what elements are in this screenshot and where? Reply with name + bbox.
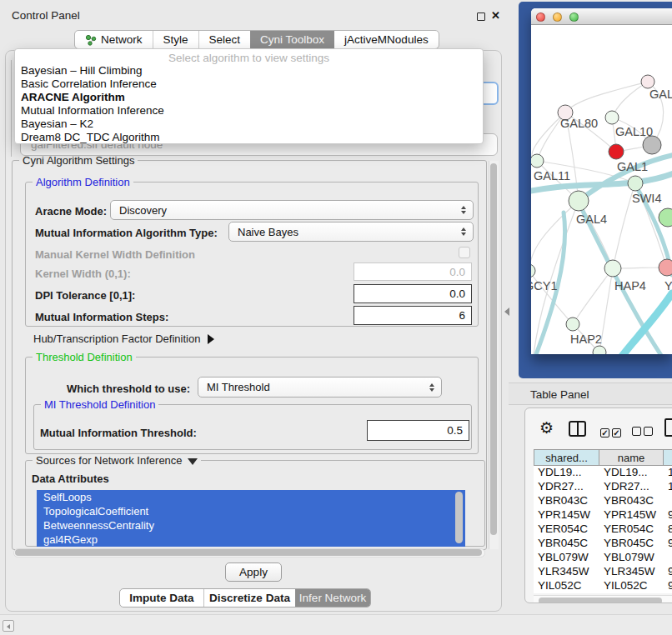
which-threshold-value: MI Threshold bbox=[207, 381, 270, 393]
tab-jactivemnodules[interactable]: jActiveMNodules bbox=[334, 31, 439, 48]
mi-steps-field[interactable]: 6 bbox=[354, 306, 472, 325]
mi-steps-value: 6 bbox=[459, 309, 465, 322]
column-header-a[interactable]: A bbox=[664, 449, 672, 466]
aracne-mode-combo[interactable]: Discovery bbox=[110, 200, 474, 220]
float-panel-icon[interactable] bbox=[477, 12, 485, 21]
bottom-tab-impute-data[interactable]: Impute Data bbox=[120, 589, 203, 607]
attribute-item-topologicalcoefficient[interactable]: TopologicalCoefficient bbox=[37, 504, 465, 518]
select-all-checkboxes-icon[interactable]: ✓✓ bbox=[600, 424, 624, 439]
bottom-tab-infer-network[interactable]: Infer Network bbox=[295, 589, 370, 607]
table-cell bbox=[664, 494, 672, 508]
settings-vertical-scrollbar-thumb[interactable] bbox=[490, 163, 497, 535]
hidden-group-border bbox=[11, 60, 12, 157]
algorithm-item-basic-correlation-inference[interactable]: Basic Correlation Inference bbox=[15, 78, 483, 91]
mi-type-combo[interactable]: Naive Bayes bbox=[228, 222, 474, 242]
network-node-label: GAL bbox=[649, 88, 672, 101]
network-node-label: GCY1 bbox=[531, 279, 558, 292]
table-body: YDL19...YDL19...13YDR27...YDR27...12YBR0… bbox=[534, 466, 672, 593]
network-canvas[interactable]: GALGAL80GAL10GAL1GAL11SWI4GAL4GCY1HAP4YH… bbox=[531, 25, 672, 354]
close-traffic-light-icon[interactable] bbox=[536, 12, 545, 22]
algorithm-item-dream8-dc-tdc-algorithm[interactable]: Dream8 DC_TDC Algorithm bbox=[15, 131, 483, 144]
table-horizontal-scrollbar[interactable] bbox=[534, 595, 672, 603]
collapse-down-arrow-icon[interactable] bbox=[188, 458, 198, 465]
apply-button-label: Apply bbox=[239, 566, 268, 578]
table-cell: YER054C bbox=[534, 522, 599, 537]
network-node-label: GAL1 bbox=[617, 160, 648, 173]
attribute-item-selfloops[interactable]: SelfLoops bbox=[37, 490, 465, 504]
table-row[interactable]: YPR145WYPR145W9. bbox=[534, 508, 672, 522]
apply-button[interactable]: Apply bbox=[225, 562, 282, 582]
threshold-definition-title: Threshold Definition bbox=[33, 351, 136, 363]
table-row[interactable]: YBR043CYBR043C bbox=[534, 494, 672, 508]
network-node-gcy1[interactable] bbox=[531, 264, 535, 278]
table-row[interactable]: YDR27...YDR27...12 bbox=[534, 480, 672, 494]
data-attributes-list: SelfLoopsTopologicalCoefficientBetweenne… bbox=[37, 490, 465, 547]
network-node-label: GAL10 bbox=[615, 125, 653, 138]
network-node-label: GAL80 bbox=[560, 117, 598, 130]
network-node-gal4[interactable] bbox=[569, 191, 589, 211]
network-node-gal[interactable] bbox=[641, 75, 654, 88]
table-row[interactable]: YBR045CYBR045C9. bbox=[534, 537, 672, 551]
tab-label: Style bbox=[163, 33, 188, 46]
which-threshold-combo[interactable]: MI Threshold bbox=[198, 377, 442, 398]
manual-kernel-checkbox[interactable] bbox=[459, 247, 470, 258]
table-cell: YIL052C bbox=[534, 579, 599, 593]
network-node-unlabeled[interactable] bbox=[659, 208, 672, 227]
network-node-hap4[interactable] bbox=[604, 260, 621, 277]
minimize-traffic-light-icon[interactable] bbox=[553, 12, 562, 22]
close-icon[interactable]: ✕ bbox=[491, 9, 500, 22]
table-row[interactable]: YBL079WYBL079W bbox=[534, 551, 672, 565]
column-header-name[interactable]: name bbox=[599, 449, 664, 466]
algorithm-definition-title: Algorithm Definition bbox=[33, 176, 133, 188]
network-node-gal11[interactable] bbox=[531, 154, 544, 168]
table-row[interactable]: YIL052CYIL052C9. bbox=[534, 579, 672, 593]
sources-title: Sources for Network Inference bbox=[33, 454, 201, 467]
algorithm-item-bayesian-k2[interactable]: Bayesian – K2 bbox=[15, 118, 483, 131]
algorithm-dropdown-popup: Select algorithm to view settings Bayesi… bbox=[14, 48, 484, 144]
bottom-tab-discretize-data[interactable]: Discretize Data bbox=[203, 589, 295, 607]
tab-label: Cyni Toolbox bbox=[260, 33, 324, 46]
network-window-titlebar[interactable] bbox=[531, 8, 672, 25]
restore-panel-button[interactable] bbox=[3, 620, 14, 632]
table-row[interactable]: YLR345WYLR345W9. bbox=[534, 565, 672, 579]
tab-cyni-toolbox[interactable]: Cyni Toolbox bbox=[250, 31, 334, 48]
network-node-unlabeled[interactable] bbox=[605, 111, 619, 124]
network-node-gal10[interactable] bbox=[643, 136, 661, 154]
algorithm-item-mutual-information-inference[interactable]: Mutual Information Inference bbox=[15, 104, 483, 118]
table-horizontal-scrollbar-thumb[interactable] bbox=[539, 598, 662, 604]
gear-icon[interactable]: ⚙ bbox=[539, 418, 554, 438]
hub-transcription-factor-expander[interactable]: Hub/Transcription Factor Definition bbox=[33, 332, 214, 345]
table-row[interactable]: YER054CYER054C8. bbox=[534, 522, 672, 537]
deselect-all-checkboxes-icon[interactable] bbox=[632, 424, 655, 439]
columns-icon[interactable] bbox=[569, 421, 586, 437]
table-cell: YER054C bbox=[599, 522, 664, 537]
table-cell: YDR27... bbox=[599, 480, 664, 494]
tab-network[interactable]: Network bbox=[75, 31, 153, 48]
splitter-collapse-arrow[interactable] bbox=[504, 308, 509, 316]
network-node-swi4[interactable] bbox=[628, 176, 643, 191]
algorithm-item-bayesian-hill-climbing[interactable]: Bayesian – Hill Climbing bbox=[15, 64, 483, 78]
settings-horizontal-scrollbar-thumb[interactable] bbox=[15, 549, 482, 556]
zoom-traffic-light-icon[interactable] bbox=[569, 12, 579, 22]
page-icon[interactable] bbox=[664, 418, 672, 437]
dpi-tolerance-field[interactable]: 0.0 bbox=[354, 284, 472, 303]
attribute-item-betweennesscentrality[interactable]: BetweennessCentrality bbox=[37, 518, 465, 532]
tab-select[interactable]: Select bbox=[198, 31, 251, 48]
table-panel-title: Table Panel bbox=[530, 388, 589, 401]
algorithm-item-aracne-algorithm[interactable]: ARACNE Algorithm bbox=[15, 91, 483, 104]
tab-label: Select bbox=[209, 33, 241, 46]
network-node-hap2[interactable] bbox=[566, 318, 579, 331]
network-node-y[interactable] bbox=[659, 259, 672, 276]
network-node-gal1[interactable] bbox=[609, 144, 624, 159]
kernel-width-field[interactable]: 0.0 bbox=[354, 262, 472, 281]
expand-right-arrow-icon bbox=[208, 334, 214, 344]
attribute-item-gal4rgexp[interactable]: gal4RGexp bbox=[37, 532, 465, 547]
tab-style[interactable]: Style bbox=[153, 31, 198, 48]
network-edge bbox=[612, 82, 648, 118]
table-cell: YLR345W bbox=[599, 565, 664, 579]
mi-threshold-field[interactable]: 0.5 bbox=[367, 420, 469, 441]
column-header-shared[interactable]: shared... bbox=[534, 449, 599, 466]
table-cell: YIL052C bbox=[599, 579, 664, 593]
table-row[interactable]: YDL19...YDL19...13 bbox=[534, 466, 672, 480]
attributes-list-scrollbar-thumb[interactable] bbox=[455, 492, 463, 543]
